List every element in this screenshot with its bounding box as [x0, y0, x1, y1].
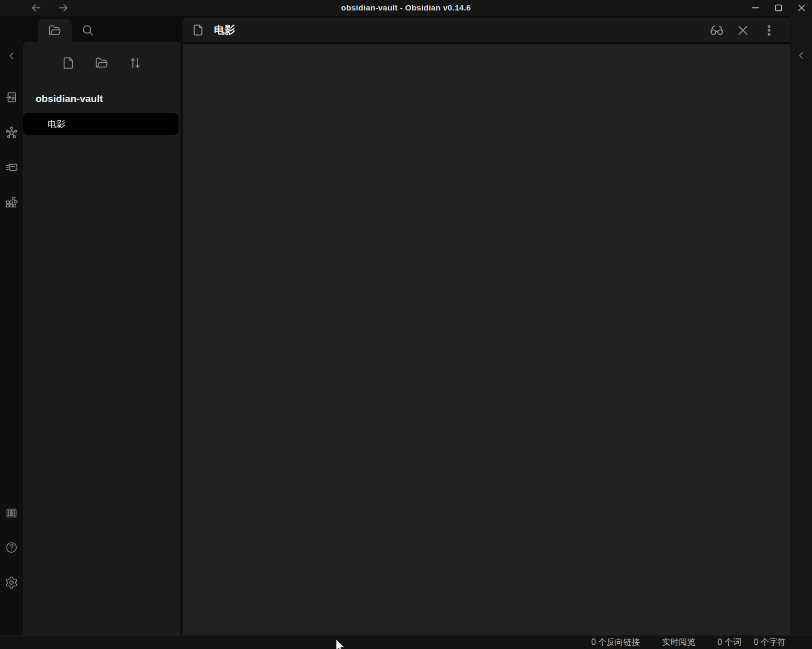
new-folder-icon — [95, 56, 109, 70]
status-backlinks[interactable]: 0 个反向链接 — [591, 637, 640, 648]
tab-search[interactable] — [76, 19, 99, 42]
forward-button[interactable] — [57, 1, 70, 15]
close-icon — [736, 24, 750, 37]
back-button[interactable] — [29, 1, 43, 15]
glasses-icon — [709, 23, 724, 38]
left-ribbon — [0, 16, 23, 635]
quick-switcher-button[interactable] — [2, 88, 21, 107]
file-explorer-actions — [23, 42, 181, 70]
random-note-button[interactable] — [2, 193, 21, 212]
editor-note-title: 电影 — [214, 23, 235, 37]
collapse-left-sidebar-button[interactable] — [2, 47, 21, 65]
maximize-button[interactable] — [771, 1, 786, 15]
titlebar: obsidian-vault - Obsidian v0.14.6 — [0, 0, 812, 16]
left-sidebar: obsidian-vault 电影 — [23, 16, 181, 635]
vault-switcher-button[interactable] — [2, 504, 21, 522]
window-controls — [748, 0, 809, 16]
file-arrow-icon — [5, 90, 18, 104]
chevron-left-icon — [6, 50, 17, 62]
arrow-right-icon — [57, 2, 70, 14]
tab-file-explorer[interactable] — [38, 19, 72, 42]
document-icon — [191, 24, 205, 37]
status-bar: 0 个反向链接 实时阅览 0 个词 0 个字符 — [0, 635, 812, 649]
new-folder-button[interactable] — [95, 55, 109, 70]
card-lines-icon — [5, 161, 18, 174]
history-nav — [29, 0, 70, 16]
command-palette-button[interactable] — [2, 158, 21, 177]
status-edit-mode[interactable]: 实时阅览 — [662, 637, 695, 648]
sort-arrows-icon — [128, 56, 142, 70]
settings-button[interactable] — [2, 573, 21, 592]
minimize-icon — [750, 2, 761, 14]
gear-icon — [5, 576, 18, 589]
kebab-menu-icon — [763, 24, 775, 37]
editor-header: 电影 — [183, 18, 790, 44]
vault-name[interactable]: obsidian-vault — [36, 93, 181, 105]
editor-pane: 电影 — [183, 18, 790, 635]
blocks-icon — [5, 196, 18, 209]
help-button[interactable] — [2, 538, 21, 557]
obsidian-window: obsidian-vault - Obsidian v0.14.6 — [0, 0, 812, 649]
graph-nodes-icon — [5, 126, 18, 139]
new-file-icon — [61, 56, 75, 70]
expand-right-sidebar-button[interactable] — [792, 46, 810, 65]
status-word-count: 0 个词 — [717, 637, 741, 648]
window-title: obsidian-vault - Obsidian v0.14.6 — [0, 3, 812, 13]
new-note-button[interactable] — [61, 55, 76, 70]
editor-content[interactable] — [183, 44, 790, 635]
file-explorer-panel: obsidian-vault 电影 — [23, 42, 181, 635]
chevron-left-icon — [795, 50, 807, 61]
file-item-selected[interactable]: 电影 — [23, 113, 178, 135]
file-item-label: 电影 — [48, 118, 65, 130]
sidebar-tab-strip — [23, 16, 181, 42]
more-options-button[interactable] — [761, 22, 777, 39]
right-ribbon — [790, 16, 812, 635]
graph-view-button[interactable] — [2, 123, 21, 142]
reading-mode-button[interactable] — [708, 22, 725, 39]
close-pane-button[interactable] — [735, 22, 751, 39]
close-window-button[interactable] — [794, 1, 809, 15]
sort-order-button[interactable] — [128, 55, 143, 70]
minimize-button[interactable] — [748, 1, 763, 15]
question-circle-icon — [5, 541, 18, 554]
arrow-left-icon — [30, 2, 42, 14]
folder-icon — [48, 24, 62, 37]
editor-header-actions — [708, 22, 777, 39]
status-char-count: 0 个字符 — [754, 637, 786, 648]
maximize-icon — [773, 2, 784, 14]
close-icon — [796, 2, 807, 14]
main-area: obsidian-vault 电影 电影 — [0, 16, 812, 635]
search-icon — [81, 24, 95, 37]
vault-safe-icon — [5, 506, 18, 520]
